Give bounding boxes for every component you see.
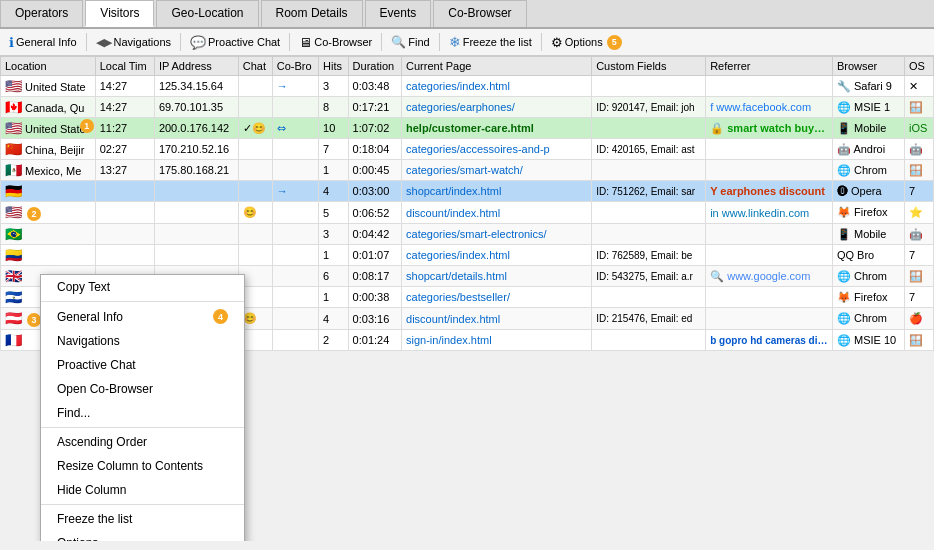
- find-icon: 🔍: [391, 35, 406, 49]
- chat-toolbar-icon: 💬: [190, 35, 206, 50]
- context-menu-item-find[interactable]: Find...: [41, 401, 244, 425]
- context-menu-item-resize[interactable]: Resize Column to Contents: [41, 454, 244, 478]
- context-menu-item-freeze[interactable]: Freeze the list: [41, 507, 244, 531]
- col-duration[interactable]: Duration: [348, 57, 401, 76]
- tab-co-browser[interactable]: Co-Browser: [433, 0, 526, 27]
- tab-room-details[interactable]: Room Details: [261, 0, 363, 27]
- col-os[interactable]: OS: [905, 57, 934, 76]
- toolbar-find[interactable]: 🔍 Find: [386, 33, 434, 51]
- tab-visitors[interactable]: Visitors: [85, 0, 154, 27]
- col-ip[interactable]: IP Address: [154, 57, 238, 76]
- col-location[interactable]: Location: [1, 57, 96, 76]
- badge-3: 3: [27, 313, 41, 327]
- badge-1: 1: [80, 119, 94, 133]
- table-row[interactable]: 🇺🇸 2 😊 5 0:06:52 discount/index.html in …: [1, 202, 934, 224]
- col-browser[interactable]: Browser: [832, 57, 904, 76]
- toolbar-options[interactable]: ⚙ Options 5: [546, 33, 627, 52]
- toolbar-co-browser[interactable]: 🖥 Co-Browser: [294, 33, 377, 52]
- toolbar-general-info[interactable]: ℹ General Info: [4, 33, 82, 52]
- info-icon: ℹ: [9, 35, 14, 50]
- context-menu-item-navigations[interactable]: Navigations: [41, 329, 244, 353]
- table-row[interactable]: 🇺🇸 United State 14:27 125.34.15.64 → 3 0…: [1, 76, 934, 97]
- freeze-icon: ❄: [449, 34, 461, 50]
- table-row[interactable]: 🇲🇽 Mexico, Me 13:27 175.80.168.21 1 0:00…: [1, 160, 934, 181]
- context-menu-item-options[interactable]: Options...: [41, 531, 244, 541]
- tab-operators[interactable]: Operators: [0, 0, 83, 27]
- col-custom-fields[interactable]: Custom Fields: [592, 57, 706, 76]
- badge-2: 2: [27, 207, 41, 221]
- table-row[interactable]: 🇺🇸 United State 1 11:27 200.0.176.142 ✓😊…: [1, 118, 934, 139]
- col-chat[interactable]: Chat: [238, 57, 272, 76]
- toolbar-proactive-chat[interactable]: 💬 Proactive Chat: [185, 33, 285, 52]
- table-row[interactable]: 🇨🇦 Canada, Qu 14:27 69.70.101.35 8 0:17:…: [1, 97, 934, 118]
- table-row[interactable]: 🇨🇳 China, Beijir 02:27 170.210.52.16 7 0…: [1, 139, 934, 160]
- col-hits[interactable]: Hits: [319, 57, 349, 76]
- context-menu-item-copy[interactable]: Copy Text: [41, 275, 244, 299]
- table-row[interactable]: 🇧🇷 3 0:04:42 categories/smart-electronic…: [1, 224, 934, 245]
- context-menu-item-open-cobrowser[interactable]: Open Co-Browser: [41, 377, 244, 401]
- badge-4: 4: [213, 309, 228, 324]
- context-menu-item-hide-col[interactable]: Hide Column: [41, 478, 244, 502]
- col-cobro[interactable]: Co-Bro: [272, 57, 318, 76]
- context-menu-item-proactive-chat[interactable]: Proactive Chat: [41, 353, 244, 377]
- context-menu: Copy Text General Info 4 Navigations Pro…: [40, 274, 245, 541]
- tab-geo-location[interactable]: Geo-Location: [156, 0, 258, 27]
- gear-icon: ⚙: [551, 35, 563, 50]
- nav-icon: ◀▶: [96, 36, 112, 49]
- options-badge: 5: [607, 35, 622, 50]
- table-row[interactable]: 🇩🇪 → 4 0:03:00 shopcart/index.html ID: 7…: [1, 181, 934, 202]
- context-menu-item-general-info[interactable]: General Info 4: [41, 304, 244, 329]
- context-menu-item-ascending[interactable]: Ascending Order: [41, 430, 244, 454]
- location-cell: 🇺🇸 United State: [1, 76, 96, 97]
- tab-events[interactable]: Events: [365, 0, 432, 27]
- cobrowser-icon: 🖥: [299, 35, 312, 50]
- table-row[interactable]: 🇨🇴 1 0:01:07 categories/index.html ID: 7…: [1, 245, 934, 266]
- toolbar-freeze[interactable]: ❄ Freeze the list: [444, 32, 537, 52]
- col-local-time[interactable]: Local Tim: [95, 57, 154, 76]
- col-current-page[interactable]: Current Page: [402, 57, 592, 76]
- toolbar-navigations[interactable]: ◀▶ Navigations: [91, 34, 176, 51]
- col-referrer[interactable]: Referrer: [706, 57, 833, 76]
